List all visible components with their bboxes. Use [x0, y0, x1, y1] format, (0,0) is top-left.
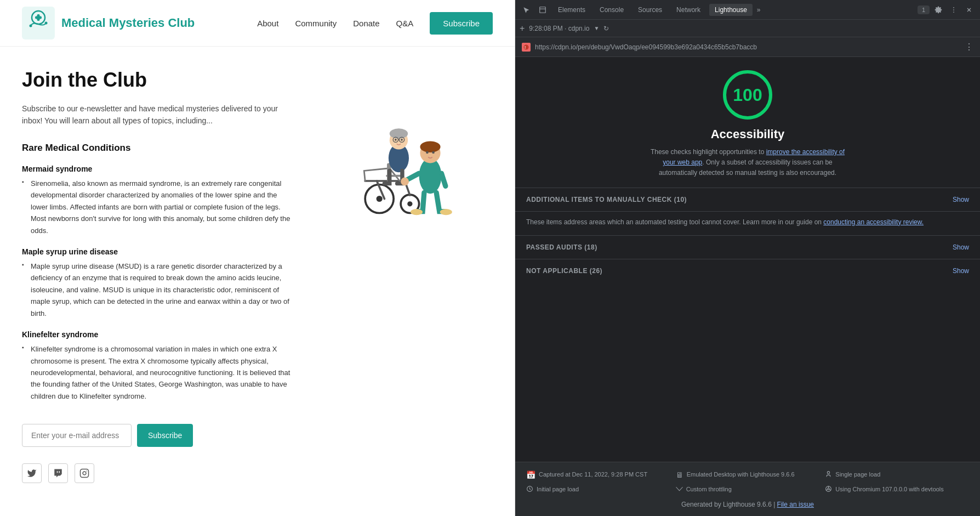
devtools-panel: Elements Console Sources Network Lightho…: [515, 0, 980, 516]
condition-3: Klinefelter syndrome Klinefelter syndrom…: [22, 330, 296, 402]
more-tabs-button[interactable]: »: [757, 6, 761, 14]
audit-row-manual[interactable]: ADDITIONAL ITEMS TO MANUALLY CHECK (10) …: [515, 188, 980, 211]
devtools-right-icons: 1: [918, 3, 976, 16]
svg-point-26: [432, 151, 435, 154]
kebab-menu-icon[interactable]: [947, 3, 960, 16]
accessibility-review-link[interactable]: conducting an accessibility review.: [823, 218, 924, 226]
lighthouse-score-section: 100 Accessibility These checks highlight…: [515, 57, 980, 188]
footer-throttle: Custom throttling: [676, 485, 820, 494]
svg-point-42: [828, 488, 829, 490]
footer-captured-text: Captured at Dec 11, 2022, 9:28 PM CST: [539, 470, 647, 479]
footer-initial-load: Initial page load: [526, 485, 670, 494]
content-right: [318, 69, 471, 483]
instagram-icon[interactable]: [75, 463, 94, 483]
svg-point-24: [420, 141, 440, 152]
audit-row-passed[interactable]: PASSED AUDITS (18) Show: [515, 235, 980, 259]
user-icon: [825, 470, 832, 479]
devtools-dock-icon[interactable]: [536, 3, 549, 16]
footer-throttle-text: Custom throttling: [686, 485, 732, 494]
content-left: Join the Club Subscribe to our e-newslet…: [22, 69, 296, 483]
generated-text: Generated by Lighthouse 9.6.6 |: [681, 501, 775, 508]
navigation: Medical Mysteries Club About Community D…: [0, 0, 515, 47]
tab-console[interactable]: Console: [594, 4, 629, 16]
svg-point-9: [377, 196, 383, 202]
conditions-heading: Rare Medical Conditions: [22, 143, 296, 154]
twitch-icon[interactable]: [48, 463, 68, 483]
url-menu-icon[interactable]: ⋮: [965, 42, 973, 52]
svg-point-34: [953, 12, 954, 13]
svg-point-17: [395, 139, 397, 141]
condition-2-desc: Maple syrup urine disease (MSUD) is a ra…: [22, 260, 296, 319]
url-text[interactable]: https://cdpn.io/pen/debug/VwdOaqp/ee0945…: [535, 43, 960, 51]
score-description: These checks highlight opportunities to …: [643, 147, 852, 179]
devtools-footer: 📅 Captured at Dec 11, 2022, 9:28 PM CST …: [515, 462, 980, 516]
svg-point-22: [419, 158, 442, 194]
site-title: Medical Mysteries Club: [61, 16, 195, 30]
form-subscribe-button[interactable]: Subscribe: [137, 424, 193, 447]
desktop-icon: 🖥: [676, 470, 683, 479]
nav-donate[interactable]: Donate: [353, 19, 379, 28]
new-tab-icon[interactable]: +: [520, 24, 525, 33]
refresh-icon[interactable]: ↻: [603, 25, 609, 32]
url-bar: + 9:28:08 PM · cdpn.io ▼ ↻: [515, 20, 980, 37]
url-box: ! https://cdpn.io/pen/debug/VwdOaqp/ee09…: [515, 37, 980, 57]
condition-1-name: Mermaid syndrome: [22, 165, 296, 173]
twitter-icon[interactable]: [22, 463, 42, 483]
score-desc-before: These checks highlight opportunities to: [651, 148, 764, 156]
settings-icon[interactable]: [932, 3, 945, 16]
nav-qa[interactable]: Q&A: [396, 19, 414, 28]
audit-na-show[interactable]: Show: [953, 267, 969, 275]
close-devtools-icon[interactable]: [962, 3, 976, 16]
audit-sections: ADDITIONAL ITEMS TO MANUALLY CHECK (10) …: [515, 188, 980, 462]
footer-single-page: Single page load: [825, 470, 969, 479]
tab-network[interactable]: Network: [671, 4, 706, 16]
tab-sources[interactable]: Sources: [633, 4, 668, 16]
email-input[interactable]: [22, 424, 132, 447]
score-value: 100: [733, 85, 762, 105]
nav-community[interactable]: Community: [295, 19, 337, 28]
nav-logo: Medical Mysteries Club: [22, 7, 195, 39]
tab-lighthouse[interactable]: Lighthouse: [709, 4, 753, 16]
social-icons: [22, 463, 296, 483]
svg-line-45: [826, 489, 828, 490]
footer-single-page-text: Single page load: [835, 470, 880, 479]
tab-badge: 1: [918, 5, 930, 14]
tab-elements[interactable]: Elements: [552, 4, 591, 16]
nav-subscribe-button[interactable]: Subscribe: [430, 12, 493, 35]
logo-icon: [22, 7, 55, 39]
score-title: Accessibility: [711, 127, 785, 141]
svg-point-11: [407, 201, 412, 206]
nav-links: About Community Donate Q&A Subscribe: [257, 12, 493, 35]
footer-emulated: 🖥 Emulated Desktop with Lighthouse 9.6.6: [676, 470, 820, 479]
audit-manual-show[interactable]: Show: [953, 196, 969, 203]
audit-row-na[interactable]: NOT APPLICABLE (26) Show: [515, 259, 980, 282]
svg-rect-6: [81, 469, 89, 478]
condition-3-name: Klinefelter syndrome: [22, 330, 296, 339]
audit-na-label: NOT APPLICABLE (26): [526, 267, 602, 275]
svg-text:!: !: [525, 46, 526, 49]
dropdown-arrow-icon[interactable]: ▼: [594, 25, 599, 31]
page-title: Join the Club: [22, 69, 296, 92]
favicon-icon: !: [522, 43, 531, 52]
svg-point-4: [30, 25, 32, 27]
audit-passed-label: PASSED AUDITS (18): [526, 243, 597, 251]
svg-point-33: [953, 9, 954, 10]
audit-manual-description: These items address areas which an autom…: [515, 211, 980, 235]
nav-about[interactable]: About: [257, 19, 278, 28]
devtools-tabbar: Elements Console Sources Network Lightho…: [515, 0, 980, 20]
audit-manual-label: ADDITIONAL ITEMS TO MANUALLY CHECK (10): [526, 196, 687, 203]
timestamp: 9:28:08 PM · cdpn.io: [529, 25, 589, 32]
svg-rect-30: [540, 7, 546, 13]
condition-2: Maple syrup urine disease Maple syrup ur…: [22, 247, 296, 319]
svg-point-16: [390, 128, 408, 139]
website-panel: Medical Mysteries Club About Community D…: [0, 0, 515, 516]
page-subtitle: Subscribe to our e-newsletter and have m…: [22, 103, 296, 127]
devtools-cursor-icon[interactable]: [520, 3, 533, 16]
footer-meta-grid: 📅 Captured at Dec 11, 2022, 9:28 PM CST …: [526, 470, 969, 494]
svg-point-29: [440, 209, 452, 215]
file-issue-link[interactable]: File an issue: [777, 501, 814, 508]
audit-passed-show[interactable]: Show: [953, 243, 969, 251]
main-content: Join the Club Subscribe to our e-newslet…: [0, 47, 515, 505]
svg-rect-3: [35, 16, 42, 19]
footer-captured: 📅 Captured at Dec 11, 2022, 9:28 PM CST: [526, 470, 670, 479]
